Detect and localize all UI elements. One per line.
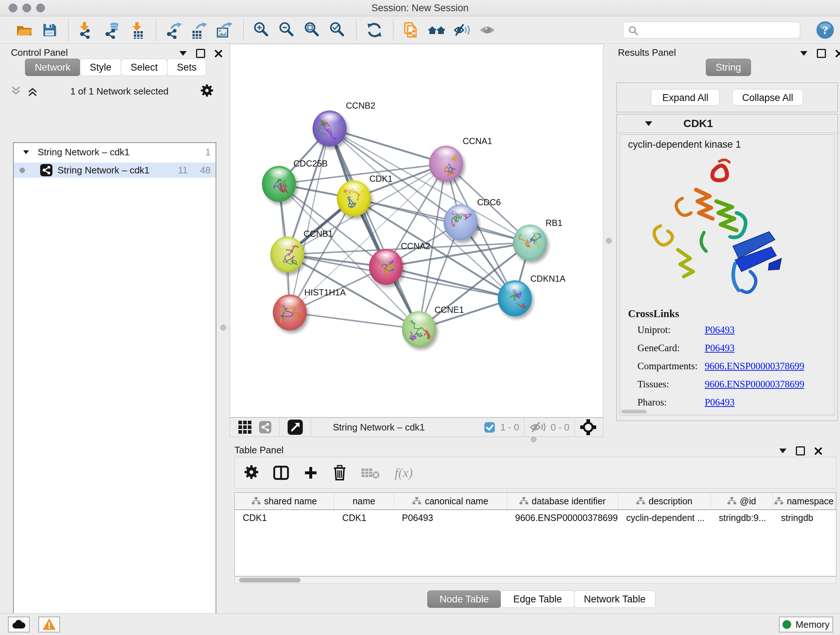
results-panel-close-icon[interactable] — [835, 50, 840, 57]
gene-section: CDK1 cyclin-dependent kinase 1 — [616, 114, 838, 421]
tab-edge-table[interactable]: Edge Table — [501, 591, 575, 608]
crosslink-label: Compartments: — [638, 361, 705, 372]
expand-all-icon[interactable] — [27, 87, 38, 96]
delete-columns-icon[interactable] — [332, 465, 347, 481]
right-splitter-handle[interactable] — [606, 238, 612, 244]
column-header-name[interactable]: name — [334, 493, 394, 509]
column-header-canonical-name[interactable]: canonical name — [394, 493, 507, 509]
table-panel-float-icon[interactable] — [796, 447, 805, 455]
tab-node-table[interactable]: Node Table — [427, 591, 501, 608]
selected-checkbox-icon[interactable] — [484, 422, 495, 433]
gene-section-header[interactable]: CDK1 — [617, 114, 837, 133]
horizontal-splitter-handle[interactable] — [531, 437, 537, 442]
open-in-window-icon[interactable] — [287, 420, 303, 435]
crosslink-link[interactable]: P06493 — [705, 325, 735, 336]
table-cell[interactable]: cyclin-dependent ... — [618, 513, 711, 523]
column-header--id[interactable]: @id — [711, 493, 773, 509]
hide-selected-button[interactable] — [452, 19, 472, 41]
show-all-button[interactable] — [477, 19, 498, 41]
network-node-CCNB1[interactable] — [270, 236, 304, 272]
fit-content-button[interactable] — [302, 19, 323, 41]
table-hscroll-thumb[interactable] — [239, 578, 301, 583]
crosslink-link[interactable]: P06493 — [705, 397, 735, 408]
table-cell[interactable]: 9606.ENSP00000378699 — [507, 513, 618, 523]
export-network-button[interactable] — [164, 19, 185, 41]
import-network-file-button[interactable] — [76, 19, 97, 41]
expand-all-button[interactable]: Expand All — [651, 89, 720, 106]
tab-string[interactable]: String — [706, 59, 751, 76]
network-node-CCNA1[interactable] — [429, 146, 463, 182]
network-node-CDC6[interactable] — [444, 204, 477, 241]
memory-button[interactable]: Memory — [779, 616, 833, 632]
collection-expander-icon[interactable] — [23, 150, 29, 154]
network-node-CCNE1[interactable] — [402, 311, 436, 347]
column-header-shared-name[interactable]: shared name — [235, 493, 334, 509]
left-splitter-handle[interactable] — [220, 325, 226, 331]
column-label: name — [353, 496, 376, 507]
create-column-icon[interactable] — [303, 466, 318, 480]
gene-expander-icon[interactable] — [645, 121, 652, 126]
help-button[interactable]: ? — [815, 19, 836, 41]
control-panel-menu-icon[interactable] — [180, 51, 187, 56]
birdseye-grid-icon[interactable] — [238, 420, 252, 434]
control-panel-float-icon[interactable] — [196, 49, 205, 58]
open-session-button[interactable] — [14, 19, 35, 41]
search-icon — [628, 25, 639, 36]
tab-network-table[interactable]: Network Table — [574, 591, 655, 608]
table-cell[interactable]: CDK1 — [235, 513, 334, 523]
table-panel-close-icon[interactable] — [814, 447, 822, 455]
zoom-in-button[interactable] — [251, 19, 272, 41]
network-node-CDC25B[interactable] — [262, 166, 296, 202]
table-panel-menu-icon[interactable] — [779, 448, 786, 453]
network-node-CDKN1A[interactable] — [498, 280, 532, 317]
tab-network[interactable]: Network — [25, 59, 80, 76]
tab-select[interactable]: Select — [121, 59, 167, 76]
results-hscroll-thumb[interactable] — [622, 410, 647, 413]
fit-selected-crosshair-icon[interactable] — [580, 419, 597, 435]
crosslink-link[interactable]: P06493 — [705, 342, 735, 354]
network-node-HIST1H1A[interactable] — [273, 295, 307, 331]
crosslink-link[interactable]: 9606.ENSP00000378699 — [705, 379, 804, 390]
table-cell[interactable]: stringdb — [773, 513, 835, 523]
results-panel-float-icon[interactable] — [817, 49, 826, 58]
network-canvas[interactable]: CCNB2CCNA1CDC25BCDK1CDC6RB1CCNB1CCNA2CDK… — [230, 44, 603, 417]
export-table-button[interactable] — [189, 19, 210, 41]
refresh-network-button[interactable] — [364, 19, 385, 41]
column-header-database-identifier[interactable]: database identifier — [507, 493, 618, 509]
column-header-namespace[interactable]: namespace — [773, 493, 835, 509]
collapse-all-button[interactable]: Collapse All — [732, 89, 803, 106]
network-node-CCNA2[interactable] — [369, 249, 403, 285]
network-collection-row[interactable]: String Network – cdk1 1 — [14, 143, 216, 159]
table-cell[interactable]: stringdb:9... — [711, 513, 773, 523]
network-options-gear-icon[interactable] — [201, 84, 213, 98]
save-session-button[interactable] — [39, 19, 60, 41]
table-cell[interactable]: CDK1 — [334, 513, 394, 523]
zoom-selected-button[interactable] — [327, 19, 348, 41]
string-homes-button[interactable] — [426, 19, 447, 41]
network-node-CDK1[interactable] — [337, 180, 371, 217]
column-header-description[interactable]: description — [618, 493, 711, 509]
search-input[interactable] — [623, 22, 800, 38]
network-type-icon[interactable] — [259, 421, 271, 433]
import-network-database-button[interactable] — [101, 19, 122, 41]
control-panel-close-icon[interactable] — [215, 50, 223, 57]
export-image-button[interactable] — [214, 19, 235, 41]
clone-network-button[interactable] — [401, 19, 422, 41]
hidden-eye-slash-icon — [530, 421, 546, 434]
help-icon: ? — [816, 21, 835, 40]
results-panel-menu-icon[interactable] — [800, 51, 807, 56]
show-columns-icon[interactable] — [273, 465, 289, 481]
zoom-out-button[interactable] — [276, 19, 297, 41]
table-options-gear-icon[interactable] — [244, 465, 259, 481]
table-cell[interactable]: P06493 — [394, 513, 507, 523]
import-table-button[interactable] — [126, 19, 148, 41]
crosslink-link[interactable]: 9606.ENSP00000378699 — [705, 361, 804, 372]
collapse-all-icon[interactable] — [11, 87, 22, 96]
cloud-button[interactable] — [8, 616, 30, 632]
network-row[interactable]: String Network – cdk1 11 48 — [14, 163, 216, 178]
network-node-CCNB2[interactable] — [313, 111, 347, 147]
tab-sets[interactable]: Sets — [167, 59, 206, 76]
network-node-RB1[interactable] — [513, 225, 547, 261]
tab-style[interactable]: Style — [80, 59, 121, 76]
warning-button[interactable] — [38, 616, 60, 632]
